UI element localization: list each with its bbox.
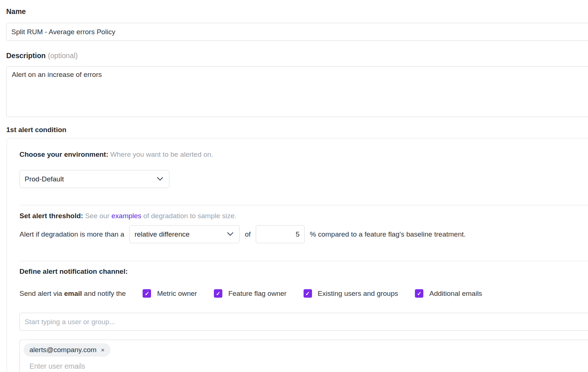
environment-hint: Where you want to be alerted on. — [110, 150, 213, 158]
threshold-value-input[interactable] — [256, 225, 305, 243]
additional-emails-checkbox[interactable]: ✓ — [415, 289, 423, 298]
comparison-type-select[interactable]: relative difference — [129, 225, 240, 243]
feature-flag-owner-label[interactable]: Feature flag owner — [228, 290, 286, 298]
divider — [19, 261, 588, 261]
send-alert-email-word: email — [64, 290, 82, 297]
metric-owner-label[interactable]: Metric owner — [157, 290, 197, 298]
send-alert-prefix: Send alert via — [19, 290, 62, 297]
comparison-type-value: relative difference — [135, 230, 190, 238]
metric-owner-checkbox[interactable]: ✓ — [143, 289, 151, 298]
additional-emails-label[interactable]: Additional emails — [429, 290, 482, 298]
threshold-sentence-suffix: % compared to a feature flag's baseline … — [310, 230, 466, 238]
user-or-group-input[interactable] — [19, 313, 588, 331]
checkmark-icon: ✓ — [417, 291, 422, 296]
checkmark-icon: ✓ — [145, 291, 150, 296]
email-chip: alerts@company.com × — [24, 343, 111, 357]
checkmark-icon: ✓ — [216, 291, 220, 296]
environment-select[interactable]: Prod-Default — [19, 170, 169, 188]
environment-label-row: Choose your environment: Where you want … — [19, 150, 588, 159]
remove-email-icon[interactable]: × — [101, 347, 105, 353]
examples-link[interactable]: examples — [111, 212, 141, 220]
name-label: Name — [6, 7, 588, 16]
alert-condition-panel: Choose your environment: Where you want … — [7, 138, 588, 372]
email-input-placeholder: Enter user emails — [29, 362, 588, 371]
additional-emails-box[interactable]: alerts@company.com × Enter user emails — [19, 340, 588, 372]
threshold-label-row: Set alert threshold: See our examples of… — [19, 212, 588, 220]
chevron-down-icon — [157, 177, 163, 181]
threshold-row: Alert if degradation is more than a rela… — [19, 225, 588, 243]
checkbox-group-metric-owner: ✓ Metric owner — [143, 289, 197, 298]
of-label: of — [245, 230, 251, 238]
first-alert-condition-heading: 1st alert condition — [6, 126, 588, 134]
existing-users-label[interactable]: Existing users and groups — [318, 290, 398, 298]
checkmark-icon: ✓ — [305, 291, 310, 296]
checkbox-group-existing-users: ✓ Existing users and groups — [304, 289, 398, 298]
existing-users-checkbox[interactable]: ✓ — [304, 289, 312, 298]
name-input[interactable] — [6, 23, 588, 41]
divider — [19, 205, 588, 205]
threshold-hint-after: of degradation to sample size. — [143, 212, 237, 220]
alert-policy-form: Name Description(optional) Alert on an i… — [0, 0, 588, 372]
description-label: Description(optional) — [6, 52, 588, 60]
environment-select-value: Prod-Default — [25, 175, 64, 183]
feature-flag-owner-checkbox[interactable]: ✓ — [214, 289, 222, 298]
notification-channel-label: Define alert notification channel: — [19, 268, 588, 276]
optional-hint: (optional) — [48, 52, 78, 60]
checkbox-group-additional-emails: ✓ Additional emails — [415, 289, 482, 298]
threshold-hint-before: See our — [85, 212, 110, 220]
threshold-label: Set alert threshold: — [19, 212, 83, 220]
chevron-down-icon — [227, 232, 233, 236]
threshold-sentence-prefix: Alert if degradation is more than a — [19, 230, 124, 238]
email-chip-text: alerts@company.com — [29, 346, 97, 354]
notification-recipients-row: Send alert via email and notify the ✓ Me… — [19, 289, 588, 298]
description-label-text: Description — [6, 52, 46, 60]
send-alert-suffix: and notify the — [84, 290, 126, 297]
environment-label: Choose your environment: — [19, 150, 108, 158]
checkbox-group-feature-flag-owner: ✓ Feature flag owner — [214, 289, 286, 298]
send-alert-sentence: Send alert via email and notify the — [19, 290, 126, 298]
description-textarea[interactable]: Alert on an increase of errors — [6, 66, 588, 117]
